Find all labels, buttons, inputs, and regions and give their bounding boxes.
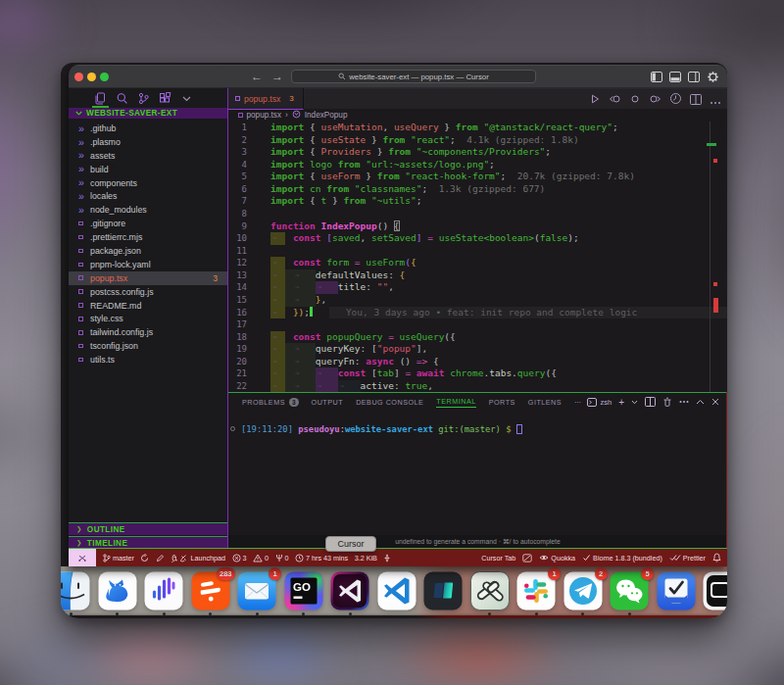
remote-indicator[interactable] [69, 549, 96, 566]
status-item-prettier[interactable]: Prettier [669, 554, 706, 563]
dock-app-things[interactable] [657, 571, 696, 611]
file-row--github[interactable]: ».github [69, 122, 227, 135]
nav-back-icon[interactable] [609, 91, 622, 109]
code-token: ; [416, 195, 422, 206]
chevron-down-icon[interactable] [180, 88, 193, 108]
panel-tab--[interactable]: ⋯ [574, 398, 582, 407]
minimize-button[interactable] [87, 73, 96, 81]
outline-section-header[interactable]: ❯ OUTLINE [69, 522, 227, 535]
dock-app-goland[interactable]: GO [284, 571, 323, 611]
zoom-button[interactable] [100, 73, 109, 81]
file-row-assets[interactable]: »assets [69, 149, 227, 163]
status-item-pen[interactable] [156, 554, 165, 563]
file-row-node-modules[interactable]: »node_modules [69, 203, 227, 217]
dock-app-readwise[interactable]: 283 [191, 571, 230, 611]
split-terminal-icon[interactable] [645, 397, 656, 407]
file-row-package-json[interactable]: package.json [69, 244, 227, 258]
explorer-icon[interactable] [94, 88, 107, 108]
dock-app-audio-bars[interactable] [144, 571, 183, 611]
indent-highlight [285, 356, 316, 368]
file-row--prettierrc-mjs[interactable]: .prettierrc.mjs [69, 230, 227, 244]
file-row-style-css[interactable]: style.css [69, 312, 227, 325]
settings-gear-icon[interactable] [707, 71, 719, 83]
panel-tab-ports[interactable]: PORTS [489, 398, 515, 407]
kill-terminal-icon[interactable] [662, 397, 672, 407]
file-row-utils-ts[interactable]: utils.ts [69, 353, 227, 367]
dock-app-mail[interactable]: 1 [237, 571, 276, 611]
dock-app-telegram[interactable]: 2 [564, 571, 603, 611]
tab-popup-tsx[interactable]: popup.tsx 3 [228, 88, 304, 110]
run-icon[interactable] [589, 91, 601, 109]
search-icon[interactable] [116, 88, 128, 108]
dock-app-screenshot-app[interactable] [703, 571, 727, 611]
status-item-3.2-kib[interactable]: 3.2 KiB [355, 554, 377, 563]
panel-tab-gitlens[interactable]: GITLENS [528, 398, 562, 407]
status-item-bell[interactable] [712, 553, 721, 563]
status-item-3[interactable]: 3 [232, 554, 247, 563]
panel-tab-problems[interactable]: PROBLEMS3 [242, 398, 299, 407]
panel-tab-output[interactable]: OUTPUT [312, 398, 344, 407]
more-icon[interactable] [710, 91, 721, 109]
status-item-quokka[interactable]: Quokka [539, 554, 575, 563]
code-editor[interactable]: 1import { useMutation, useQuery } from "… [228, 122, 727, 392]
file-icon [235, 96, 240, 101]
dock-app-finder[interactable] [61, 571, 90, 611]
dock-app-wechat[interactable]: 5 [610, 571, 649, 611]
file-row--gitignore[interactable]: .gitignore [69, 217, 227, 230]
status-item-sync[interactable] [140, 554, 149, 563]
layout-sidebar-left-icon[interactable] [651, 72, 662, 82]
panel-more-icon[interactable] [679, 400, 689, 404]
terminal-shell-label[interactable]: zsh [587, 398, 612, 407]
panel-tab-debug-console[interactable]: DEBUG CONSOLE [356, 398, 423, 407]
status-item-pen2[interactable] [383, 554, 391, 563]
status-item-7-hrs-43-mins[interactable]: 7 hrs 43 mins [295, 554, 348, 563]
breadcrumb[interactable]: popup.tsx › IndexPopup [228, 109, 727, 122]
command-center[interactable]: website-saver-ext — popup.tsx — Cursor [291, 70, 536, 83]
status-item-cursortab-box[interactable] [522, 554, 532, 563]
file-row--plasmo[interactable]: ».plasmo [69, 135, 227, 149]
close-panel-icon[interactable] [711, 398, 719, 406]
file-row-README-md[interactable]: README.md [69, 299, 227, 313]
dock-app-vscode[interactable] [377, 571, 416, 611]
extensions-icon[interactable] [159, 88, 172, 108]
status-item-launchpad[interactable]: Launchpad [171, 554, 225, 563]
status-item-biome-1.8.3-bundled-[interactable]: Biome 1.8.3 (bundled) [582, 554, 662, 563]
terminal-dropdown-chevron[interactable] [631, 400, 638, 405]
file-row-postcss-config-js[interactable]: postcss.config.js [69, 285, 227, 299]
nav-dot-icon[interactable] [630, 91, 640, 109]
file-row-build[interactable]: »build [69, 163, 227, 176]
dock-app-chatwise[interactable] [470, 571, 510, 611]
error-marker [713, 159, 717, 163]
status-item-0[interactable]: 0 [275, 554, 289, 563]
panel-tab-terminal[interactable]: TERMINAL [436, 397, 475, 408]
dock-app-cursor[interactable] [330, 571, 369, 611]
dock-app-warp[interactable] [423, 571, 463, 611]
status-item-master[interactable]: master [103, 554, 134, 563]
file-row-pnpm-lock-yaml[interactable]: pnpm-lock.yaml [69, 258, 227, 271]
status-item-0[interactable]: 0 [253, 554, 269, 563]
nav-forward-icon[interactable] [648, 91, 662, 109]
explorer-project-header[interactable]: WEBSITE-SAVER-EXT [69, 108, 227, 119]
source-control-icon[interactable] [137, 88, 150, 108]
file-row-components[interactable]: »components [69, 176, 227, 190]
split-editor-icon[interactable] [690, 91, 702, 109]
file-row-tailwind-config-js[interactable]: tailwind.config.js [69, 325, 227, 339]
layout-panel-icon[interactable] [669, 72, 681, 82]
layout-sidebar-right-icon[interactable] [688, 72, 700, 82]
scrollbar-track[interactable] [710, 122, 710, 392]
code-token: "@tanstack/react-query" [478, 122, 612, 132]
maximize-panel-icon[interactable] [696, 399, 705, 405]
breadcrumb-symbol[interactable]: IndexPopup [305, 111, 348, 120]
close-button[interactable] [74, 73, 83, 81]
dock-app-follow[interactable] [98, 571, 137, 611]
new-terminal-button[interactable]: + [618, 397, 624, 408]
file-row-popup-tsx[interactable]: popup.tsx3 [69, 271, 227, 285]
timeline-circle-icon[interactable] [669, 91, 682, 109]
breadcrumb-file[interactable]: popup.tsx [247, 111, 282, 120]
file-row-tsconfig-json[interactable]: tsconfig.json [69, 339, 227, 353]
history-forward-icon[interactable]: → [271, 70, 283, 83]
file-row-locales[interactable]: »locales [69, 189, 227, 203]
status-item-cursor-tab[interactable]: Cursor Tab [481, 554, 515, 563]
dock-app-slack[interactable]: 1 [516, 571, 556, 611]
history-back-icon[interactable]: ← [251, 70, 263, 83]
